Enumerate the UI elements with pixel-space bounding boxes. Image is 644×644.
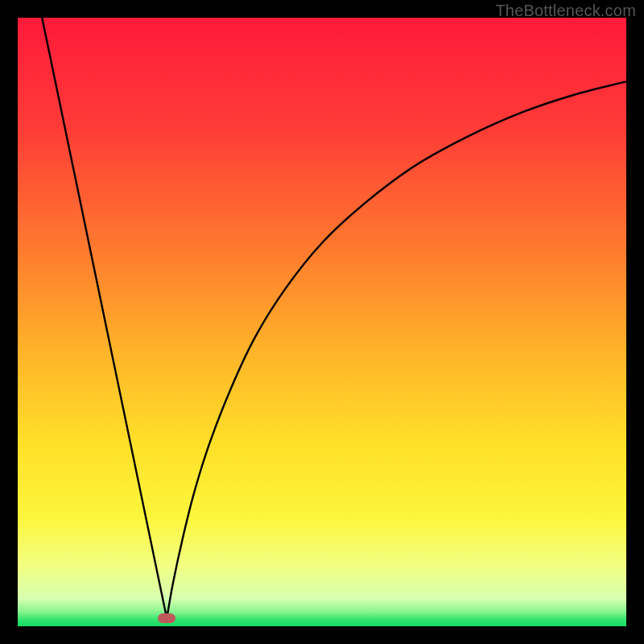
curve-layer — [18, 18, 626, 626]
minimum-marker — [158, 613, 175, 623]
watermark-text: TheBottleneck.com — [495, 2, 636, 20]
series-left-line — [42, 18, 167, 618]
plot-area — [18, 18, 626, 626]
series-right-curve — [167, 81, 626, 618]
chart-container: TheBottleneck.com — [0, 0, 644, 644]
